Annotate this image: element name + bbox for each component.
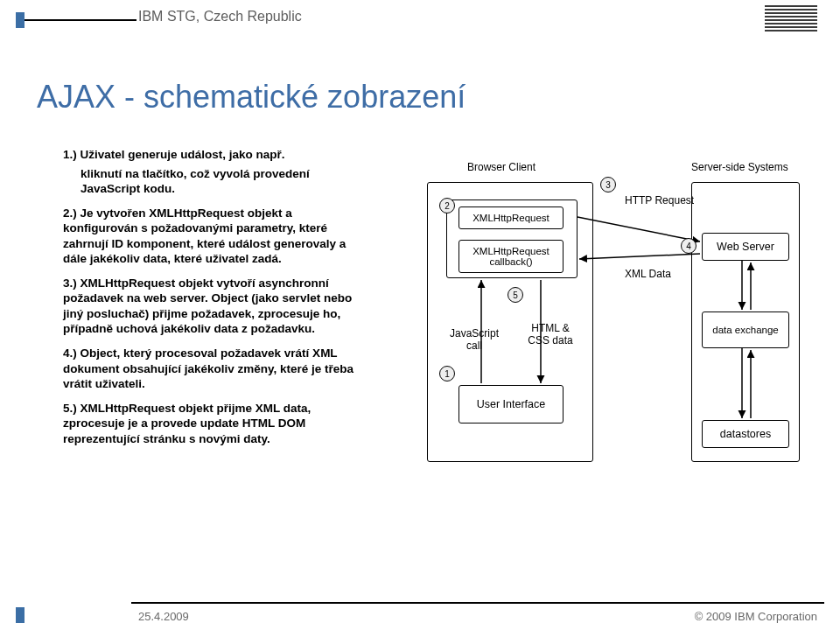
js-call-label: JavaScript call: [448, 327, 500, 352]
step-2-circle: 2: [439, 198, 455, 214]
ibm-logo-icon: [765, 5, 817, 28]
p1-line2: kliknutí na tlačítko, což vyvolá provede…: [63, 166, 360, 197]
footer-rule: [131, 602, 824, 604]
step-1-circle: 1: [439, 366, 455, 382]
paragraph-5: 5.) XMLHttpRequest objekt přijme XML dat…: [63, 401, 360, 447]
step-5-num: 5: [513, 290, 518, 300]
step-1-num: 1: [444, 369, 450, 379]
paragraph-3: 3.) XMLHttpRequest objekt vytvoří asynch…: [63, 276, 360, 337]
footer-date: 25.4.2009: [138, 610, 189, 623]
footer-bar: 25.4.2009 © 2009 IBM Corporation: [0, 600, 840, 630]
p5-text: 5.) XMLHttpRequest objekt přijme XML dat…: [63, 401, 360, 447]
svg-line-0: [578, 217, 700, 242]
diagram-area: Browser Client Server-side Systems XMLHt…: [427, 156, 803, 506]
accent-block: [16, 12, 24, 28]
paragraph-4: 4.) Object, který procesoval požadavek v…: [63, 346, 360, 392]
footer-copyright: © 2009 IBM Corporation: [695, 610, 817, 623]
p3-text: 3.) XMLHttpRequest objekt vytvoří asynch…: [63, 276, 360, 337]
footer-accent-block: [16, 607, 24, 623]
step-4-num: 4: [686, 242, 691, 251]
p1-line1: 1.) Uživatel generuje událost, jako např…: [63, 147, 360, 163]
paragraph-1: 1.) Uživatel generuje událost, jako např…: [63, 147, 360, 197]
page-title: AJAX - schematické zobrazení: [37, 79, 466, 116]
svg-line-1: [579, 254, 700, 259]
html-css-label: HTML & CSS data: [522, 322, 579, 346]
step-5-circle: 5: [508, 287, 523, 303]
body-text: 1.) Uživatel generuje událost, jako např…: [63, 147, 360, 455]
step-3-num: 3: [606, 180, 611, 190]
paragraph-2: 2.) Je vytvořen XMLHttpRequest objekt a …: [63, 206, 360, 267]
top-bar: IBM STG, Czech Republic: [0, 0, 840, 40]
xml-data-label: XML Data: [625, 268, 671, 280]
step-4-circle: 4: [681, 238, 696, 254]
rule-line: [24, 19, 136, 21]
step-2-num: 2: [444, 201, 450, 211]
step-3-circle: 3: [600, 177, 616, 192]
p4-text: 4.) Object, který procesoval požadavek v…: [63, 346, 360, 392]
p2-text: 2.) Je vytvořen XMLHttpRequest objekt a …: [63, 206, 360, 267]
http-request-label: HTTP Request: [625, 194, 694, 206]
header-org: IBM STG, Czech Republic: [138, 9, 302, 24]
